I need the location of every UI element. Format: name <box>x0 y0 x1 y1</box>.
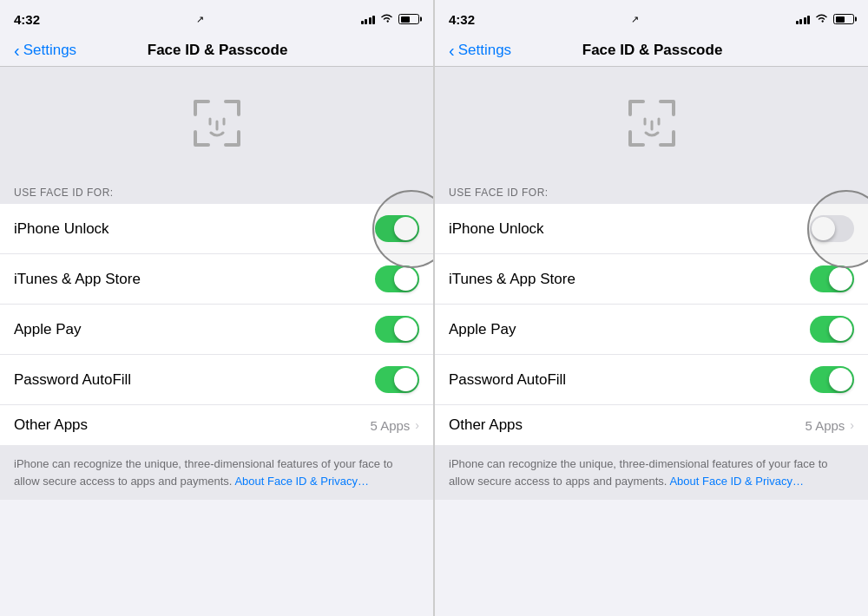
signal-bar-7 <box>804 17 806 24</box>
back-label-2: Settings <box>458 42 511 59</box>
back-chevron-1: ‹ <box>14 42 20 59</box>
battery-icon-2 <box>833 14 854 24</box>
section-header-2: USE FACE ID FOR: <box>435 178 868 204</box>
toggle-thumb-iphone-unlock-1 <box>394 217 418 240</box>
phone-screen-1: 4:32 ↗ ‹ <box>0 0 434 616</box>
chevron-other-apps-1: › <box>415 418 419 432</box>
item-label-apple-pay-1: Apple Pay <box>14 321 82 338</box>
toggle-thumb-password-autofill-2 <box>829 368 852 391</box>
list-item-itunes-2[interactable]: iTunes & App Store <box>435 254 868 305</box>
section-header-1: USE FACE ID FOR: <box>0 178 433 204</box>
wifi-icon-1 <box>380 13 393 26</box>
nav-title-1: Face ID & Passcode <box>76 42 358 59</box>
list-item-iphone-unlock-2[interactable]: iPhone Unlock <box>435 204 868 254</box>
other-apps-value-1: 5 Apps <box>370 418 410 433</box>
nav-title-2: Face ID & Passcode <box>511 42 793 59</box>
toggle-thumb-itunes-2 <box>829 267 852 291</box>
settings-list-2: iPhone Unlock iTunes & App Store Apple P… <box>435 204 868 445</box>
signal-bar-1 <box>361 21 364 24</box>
chevron-other-apps-2: › <box>850 418 854 432</box>
toggle-thumb-iphone-unlock-2 <box>812 217 835 240</box>
other-apps-right-1: 5 Apps › <box>370 418 419 433</box>
back-button-1[interactable]: ‹ Settings <box>14 42 76 59</box>
wifi-icon-2 <box>815 13 828 26</box>
signal-bar-8 <box>807 16 810 24</box>
status-icons-2 <box>796 13 855 26</box>
face-id-section-1 <box>0 67 433 178</box>
list-item-password-autofill-1[interactable]: Password AutoFill <box>0 355 433 405</box>
status-bar-1: 4:32 ↗ <box>0 0 433 38</box>
battery-icon-1 <box>398 14 419 24</box>
signal-bar-4 <box>372 16 375 24</box>
toggle-itunes-2[interactable] <box>810 265 854 292</box>
nav-bar-2: ‹ Settings Face ID & Passcode <box>435 38 868 67</box>
item-label-apple-pay-2: Apple Pay <box>449 321 516 338</box>
footer-1: iPhone can recognize the unique, three-d… <box>0 445 433 500</box>
other-apps-value-2: 5 Apps <box>805 418 845 433</box>
face-id-icon-2 <box>621 93 682 154</box>
list-item-other-apps-2[interactable]: Other Apps 5 Apps › <box>435 405 868 445</box>
item-label-other-apps-2: Other Apps <box>449 416 523 434</box>
toggle-iphone-unlock-1[interactable] <box>375 215 419 242</box>
status-bar-2: 4:32 ↗ <box>435 0 868 38</box>
face-id-section-2 <box>435 67 868 178</box>
phone-screen-2: 4:32 ↗ ‹ <box>434 0 868 616</box>
back-label-1: Settings <box>23 42 76 59</box>
status-time-1: 4:32 <box>14 12 40 27</box>
item-label-iphone-unlock-1: iPhone Unlock <box>14 220 109 238</box>
item-label-iphone-unlock-2: iPhone Unlock <box>449 220 544 238</box>
item-label-itunes-1: iTunes & App Store <box>14 271 141 288</box>
toggle-password-autofill-1[interactable] <box>375 366 419 393</box>
location-arrow-1: ↗ <box>196 14 204 25</box>
toggle-thumb-apple-pay-2 <box>829 318 852 341</box>
status-icons-1 <box>361 13 420 26</box>
item-label-password-autofill-1: Password AutoFill <box>14 371 131 389</box>
back-chevron-2: ‹ <box>449 42 455 59</box>
list-item-apple-pay-2[interactable]: Apple Pay <box>435 305 868 355</box>
list-item-apple-pay-1[interactable]: Apple Pay <box>0 305 433 355</box>
settings-list-1: iPhone Unlock iTunes & App Store Apple P… <box>0 204 433 445</box>
nav-bar-1: ‹ Settings Face ID & Passcode <box>0 38 433 67</box>
toggle-apple-pay-2[interactable] <box>810 316 854 343</box>
signal-bar-3 <box>369 17 372 24</box>
list-item-password-autofill-2[interactable]: Password AutoFill <box>435 355 868 405</box>
signal-bar-6 <box>799 19 802 24</box>
footer-link-2[interactable]: About Face ID & Privacy… <box>669 475 804 488</box>
status-time-2: 4:32 <box>449 12 475 27</box>
location-arrow-2: ↗ <box>631 14 639 25</box>
item-label-other-apps-1: Other Apps <box>14 416 88 434</box>
toggle-thumb-itunes-1 <box>394 267 418 291</box>
list-item-other-apps-1[interactable]: Other Apps 5 Apps › <box>0 405 433 445</box>
signal-bars-2 <box>796 14 811 24</box>
toggle-apple-pay-1[interactable] <box>375 316 419 343</box>
list-item-iphone-unlock-1[interactable]: iPhone Unlock <box>0 204 433 254</box>
face-id-icon-1 <box>187 93 247 154</box>
footer-2: iPhone can recognize the unique, three-d… <box>435 445 868 500</box>
item-label-itunes-2: iTunes & App Store <box>449 271 575 288</box>
toggle-iphone-unlock-2[interactable] <box>810 215 854 242</box>
footer-link-1[interactable]: About Face ID & Privacy… <box>234 475 369 488</box>
signal-bar-5 <box>796 21 799 24</box>
other-apps-right-2: 5 Apps › <box>805 418 854 433</box>
toggle-thumb-apple-pay-1 <box>394 318 418 341</box>
toggle-thumb-password-autofill-1 <box>394 368 418 391</box>
toggle-password-autofill-2[interactable] <box>810 366 854 393</box>
item-label-password-autofill-2: Password AutoFill <box>449 371 566 389</box>
toggle-itunes-1[interactable] <box>375 265 419 292</box>
signal-bar-2 <box>365 19 367 24</box>
list-item-itunes-1[interactable]: iTunes & App Store <box>0 254 433 305</box>
back-button-2[interactable]: ‹ Settings <box>449 42 511 59</box>
signal-bars-1 <box>361 14 376 24</box>
